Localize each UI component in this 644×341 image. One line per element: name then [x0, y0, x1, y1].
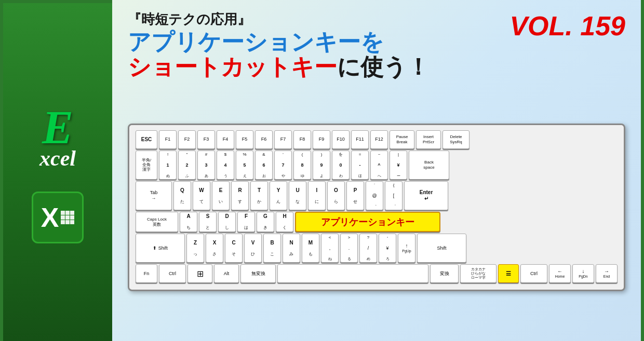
main-title-line2: ショートカットキーに使う！: [128, 54, 509, 79]
key-shift-right[interactable]: Shift: [417, 234, 466, 263]
key-o[interactable]: Oら: [327, 181, 345, 210]
key-f[interactable]: Fは: [237, 212, 255, 231]
title-block: 『時短テクの応用』 アプリケーションキーを ショートカットキーに使う！: [128, 10, 509, 80]
key-f9[interactable]: F9: [313, 130, 330, 149]
key-right[interactable]: →End: [596, 264, 618, 283]
key-y[interactable]: Yん: [270, 181, 287, 210]
key-space[interactable]: [277, 264, 428, 283]
key-v[interactable]: Vひ: [244, 234, 262, 263]
key-slash[interactable]: ?/め: [359, 234, 377, 263]
key-alt-left[interactable]: Alt: [214, 264, 239, 283]
number-key-row: 半角/全角漢字 !1ぬ "2ふ #3あ $4う %5え &6お '7や (8ゆ …: [136, 151, 618, 180]
key-hankaku[interactable]: 半角/全角漢字: [136, 151, 157, 180]
qwerty-row: Tab→ Qた Wて Eい Rす Tか Yん Uな Iに Oら Pせ `@゛ {…: [136, 181, 618, 210]
key-backslash[interactable]: ・¥ろ: [379, 234, 396, 263]
key-caps-lock[interactable]: Caps Lock英数: [136, 212, 178, 231]
key-tab[interactable]: Tab→: [136, 181, 172, 210]
key-enter[interactable]: Enter↵: [404, 181, 448, 210]
key-m[interactable]: Mも: [302, 234, 319, 263]
key-a[interactable]: Aち: [180, 212, 197, 231]
key-caret[interactable]: ~^へ: [370, 151, 388, 180]
key-insert[interactable]: InsertPrtScr: [416, 130, 441, 149]
key-at[interactable]: `@゛: [366, 181, 383, 210]
key-b[interactable]: Bこ: [263, 234, 281, 263]
key-u[interactable]: Uな: [289, 181, 306, 210]
key-f3[interactable]: F3: [197, 130, 215, 149]
key-n[interactable]: Nみ: [283, 234, 300, 263]
asdf-row: Caps Lock英数 Aち Sと Dし Fは Gき Hく アプリケーションキー: [136, 212, 618, 231]
key-4[interactable]: $4う: [217, 151, 234, 180]
excel-icon-box: X: [32, 192, 84, 243]
key-f1[interactable]: F1: [159, 130, 177, 149]
key-muhenkan[interactable]: 無変換: [240, 264, 276, 283]
key-esc[interactable]: ESC: [136, 130, 157, 149]
key-f7[interactable]: F7: [274, 130, 292, 149]
key-0[interactable]: を0わ: [332, 151, 350, 180]
key-2[interactable]: "2ふ: [178, 151, 196, 180]
key-g[interactable]: Gき: [257, 212, 274, 231]
red-title-text: ショートカットキー: [128, 54, 337, 79]
key-d[interactable]: Dし: [218, 212, 236, 231]
key-ctrl-right[interactable]: Ctrl: [520, 264, 547, 283]
key-delete[interactable]: DeleteSysRq: [442, 130, 469, 149]
key-h[interactable]: Hく: [276, 212, 293, 231]
key-1[interactable]: !1ぬ: [159, 151, 177, 180]
key-henkan[interactable]: 変換: [430, 264, 459, 283]
key-z[interactable]: Zっ: [186, 234, 204, 263]
function-key-row: ESC F1 F2 F3 F4 F5 F6 F7 F8 F9 F10 F11 F…: [136, 130, 618, 149]
content-area: 『時短テクの応用』 アプリケーションキーを ショートカットキーに使う！ VOL.…: [112, 0, 641, 341]
key-t[interactable]: Tか: [250, 181, 268, 210]
application-key-label[interactable]: アプリケーションキー: [295, 212, 440, 231]
key-f12[interactable]: F12: [370, 130, 388, 149]
zxcv-row: ⬆ Shift Zっ Xさ Cそ Vひ Bこ Nみ Mも <,ね >.る ?/め…: [136, 234, 618, 263]
key-fn[interactable]: Fn: [136, 264, 157, 283]
excel-xcel-text: xcel: [39, 146, 76, 171]
key-shift-left[interactable]: ⬆ Shift: [136, 234, 185, 263]
key-backspace[interactable]: Backspace: [409, 151, 449, 180]
bottom-row: Fn Ctrl ⊞ Alt 無変換 変換 カタカナひらがなローマ字 ☰ Ctrl…: [136, 264, 618, 283]
key-katakana[interactable]: カタカナひらがなローマ字: [460, 264, 497, 283]
key-r[interactable]: Rす: [231, 181, 249, 210]
key-9[interactable]: )9よ: [313, 151, 330, 180]
key-q[interactable]: Qた: [173, 181, 191, 210]
key-f10[interactable]: F10: [332, 130, 350, 149]
key-6[interactable]: &6お: [255, 151, 273, 180]
main-title-line1: アプリケーションキーを: [128, 30, 509, 54]
key-f4[interactable]: F4: [217, 130, 234, 149]
key-f11[interactable]: F11: [351, 130, 369, 149]
key-w[interactable]: Wて: [193, 181, 210, 210]
vol-badge: VOL. 159: [509, 10, 625, 42]
key-yen[interactable]: |¥ー: [390, 151, 407, 180]
key-minus[interactable]: =-ほ: [351, 151, 369, 180]
key-p[interactable]: Pせ: [346, 181, 364, 210]
excel-x-icon: X: [41, 202, 59, 233]
key-f2[interactable]: F2: [178, 130, 196, 149]
subtitle-text: 『時短テクの応用』: [128, 10, 509, 29]
key-windows[interactable]: ⊞: [187, 264, 212, 283]
key-8[interactable]: (8ゆ: [293, 151, 311, 180]
key-up[interactable]: ↑PgUp: [398, 234, 415, 263]
black-title-text: に使う！: [337, 54, 430, 79]
key-down[interactable]: ↓PgDn: [572, 264, 594, 283]
key-3[interactable]: #3あ: [197, 151, 215, 180]
key-c[interactable]: Cそ: [225, 234, 243, 263]
key-bracket-l[interactable]: {[゜: [385, 181, 403, 210]
key-s[interactable]: Sと: [199, 212, 217, 231]
left-panel: E xcel X: [3, 3, 112, 341]
key-i[interactable]: Iに: [308, 181, 326, 210]
key-x[interactable]: Xさ: [206, 234, 223, 263]
header-section: 『時短テクの応用』 アプリケーションキーを ショートカットキーに使う！ VOL.…: [128, 10, 625, 80]
key-f8[interactable]: F8: [293, 130, 311, 149]
key-comma[interactable]: <,ね: [321, 234, 339, 263]
key-pause[interactable]: PauseBreak: [390, 130, 414, 149]
key-e[interactable]: Eい: [212, 181, 230, 210]
key-ctrl-left[interactable]: Ctrl: [159, 264, 186, 283]
keyboard: ESC F1 F2 F3 F4 F5 F6 F7 F8 F9 F10 F11 F…: [128, 124, 625, 292]
key-f6[interactable]: F6: [255, 130, 273, 149]
key-period[interactable]: >.る: [340, 234, 358, 263]
key-left[interactable]: ←Home: [549, 264, 571, 283]
key-f5[interactable]: F5: [236, 130, 253, 149]
key-5[interactable]: %5え: [236, 151, 253, 180]
key-7[interactable]: '7や: [274, 151, 292, 180]
key-app-bottom[interactable]: ☰: [498, 264, 519, 283]
